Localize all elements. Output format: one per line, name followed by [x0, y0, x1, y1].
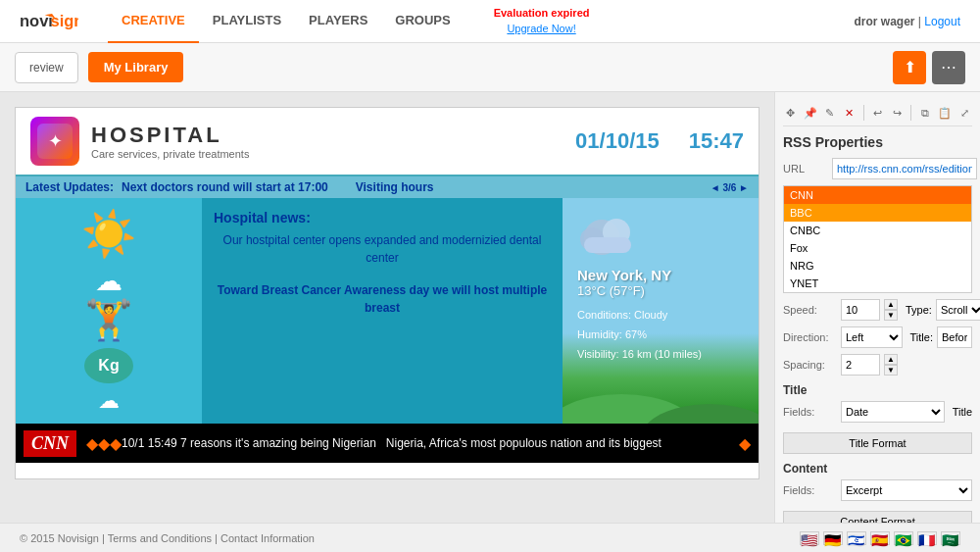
spacing-stepper: ▲ ▼ [884, 354, 898, 376]
title-col-label: Title [953, 406, 972, 418]
spacing-row: Spacing: ▲ ▼ [783, 354, 972, 376]
upgrade-link[interactable]: Upgrade Now! [507, 23, 575, 34]
spacing-up[interactable]: ▲ [884, 354, 898, 365]
main-content: ✦ HOSPITAL Care services, private treatm… [0, 92, 980, 523]
flag-us: 🇺🇸 [800, 531, 819, 545]
rss-source-dropdown[interactable]: CNN BBC CNBC Fox NRG YNET [783, 185, 972, 293]
ticker-bar: Latest Updates: Next doctors round will … [16, 176, 759, 198]
speed-up[interactable]: ▲ [884, 299, 898, 310]
cnn-ticker-bar: CNN ◆◆◆ 10/1 15:49 7 reasons it's amazin… [16, 424, 759, 463]
toolbar: review My Library ⬆ ⋯ [0, 43, 980, 92]
my-library-button[interactable]: My Library [88, 52, 184, 82]
panel-toolbar: ✥ 📌 ✎ ✕ ↩ ↪ ⧉ 📋 ⤢ [783, 100, 972, 126]
content-section-header: Content [783, 462, 972, 476]
nav-playlists[interactable]: PLAYLISTS [199, 0, 295, 43]
header: novi sign CREATIVE PLAYLISTS PLAYERS GRO… [0, 0, 980, 43]
panel-tool-delete[interactable]: ✕ [842, 104, 858, 122]
kg-badge: Kg [84, 348, 133, 383]
dumbbell-icon: 🏋 [84, 297, 133, 343]
ticker-label: Latest Updates: [25, 180, 114, 194]
speed-down[interactable]: ▼ [884, 310, 898, 321]
user-area: dror wager | Logout [854, 15, 960, 28]
dropdown-item-ynet[interactable]: YNET [784, 275, 971, 292]
canvas-area: ✦ HOSPITAL Care services, private treatm… [0, 92, 774, 523]
main-nav: CREATIVE PLAYLISTS PLAYERS GROUPS [108, 0, 465, 43]
panel-tool-expand[interactable]: ⤢ [956, 104, 972, 122]
cnn-ticker-text: 10/1 15:49 7 reasons it's amazing being … [122, 436, 739, 450]
logout-link[interactable]: Logout [924, 15, 960, 28]
panel-tool-undo[interactable]: ↩ [870, 104, 886, 122]
svg-rect-7 [584, 237, 631, 253]
nav-players[interactable]: PLAYERS [295, 0, 381, 43]
canvas-frame[interactable]: ✦ HOSPITAL Care services, private treatm… [15, 107, 760, 479]
speed-input[interactable] [841, 299, 880, 321]
more-button[interactable]: ⋯ [932, 51, 965, 84]
flag-fr: 🇫🇷 [917, 531, 937, 545]
weather-humidity: Humidity: 67% [577, 326, 744, 345]
panel-tool-paste[interactable]: 📋 [937, 104, 953, 122]
panel-tool-edit[interactable]: ✎ [822, 104, 838, 122]
flag-sa: 🇸🇦 [941, 531, 960, 545]
upload-button[interactable]: ⬆ [893, 51, 926, 84]
type-label: Type: [906, 304, 932, 316]
svg-text:✦: ✦ [48, 131, 63, 151]
nav-creative[interactable]: CREATIVE [108, 0, 199, 43]
ticker-right: Visiting hours [356, 180, 434, 194]
svg-text:sign: sign [51, 12, 79, 29]
weather-cloud-svg [572, 208, 651, 257]
dropdown-item-fox[interactable]: Fox [784, 239, 971, 257]
flag-br: 🇧🇷 [894, 531, 913, 545]
content-format-button[interactable]: Content Format [783, 511, 972, 523]
direction-select[interactable]: Left [841, 326, 903, 348]
title-before-input[interactable] [937, 326, 972, 348]
cloud-left-icon: ☁ [95, 265, 122, 297]
hospital-header: ✦ HOSPITAL Care services, private treatm… [16, 108, 759, 176]
type-select[interactable]: Scroll [936, 299, 980, 321]
footer-copyright: © 2015 Novisign | Terms and Conditions |… [20, 532, 315, 544]
rss-panel-title: RSS Properties [783, 134, 972, 150]
news-text-2: Toward Breast Cancer Awareness day we wi… [214, 281, 551, 317]
eval-expired-text: Evaluation expired [494, 6, 590, 21]
weather-details: Conditions: Cloudy Humidity: 67% Visibil… [577, 306, 744, 364]
review-button[interactable]: review [15, 52, 78, 83]
direction-label: Direction: [783, 331, 837, 343]
dropdown-item-cnn[interactable]: CNN [784, 186, 971, 204]
eval-notice: Evaluation expired Upgrade Now! [494, 6, 590, 36]
spacing-down[interactable]: ▼ [884, 365, 898, 376]
url-row: URL [783, 158, 972, 179]
url-label: URL [783, 163, 832, 175]
content-fields-select[interactable]: Excerpt [841, 479, 972, 501]
title-format-button[interactable]: Title Format [783, 432, 972, 454]
dropdown-item-bbc[interactable]: BBC [784, 204, 971, 222]
cloud-bottom-icon: ☁ [98, 388, 120, 414]
title-row-label: Title: [910, 331, 933, 343]
left-panel: ☀️ ☁ 🏋 Kg ☁ [16, 198, 202, 424]
panel-tool-redo[interactable]: ↪ [890, 104, 906, 122]
weather-location: New York, NY 13°C (57°F) [577, 267, 744, 298]
toolbar-right: ⬆ ⋯ [893, 51, 965, 84]
title-fields-select[interactable]: Date [841, 401, 945, 423]
dropdown-item-nrg[interactable]: NRG [784, 257, 971, 275]
logo-svg: novi sign [20, 8, 78, 35]
hospital-subtitle: Care services, private treatments [91, 148, 249, 160]
center-news-panel: Hospital news: Our hostpital center open… [202, 198, 563, 424]
direction-title-row: Direction: Left Title: [783, 326, 972, 348]
panel-tool-pin[interactable]: 📌 [803, 104, 818, 122]
nav-groups[interactable]: GROUPS [381, 0, 464, 43]
url-input[interactable] [832, 158, 977, 179]
content-fields-label: Fields: [783, 484, 837, 496]
speed-stepper: ▲ ▼ [884, 299, 898, 321]
spacing-input[interactable] [841, 354, 880, 376]
dropdown-item-cnbc[interactable]: CNBC [784, 222, 971, 239]
hospital-name: HOSPITAL [91, 123, 249, 148]
right-weather-panel: New York, NY 13°C (57°F) Conditions: Clo… [563, 198, 759, 424]
logo: novi sign [20, 8, 78, 35]
panel-separator-2 [910, 105, 911, 121]
hills-svg [563, 375, 759, 424]
panel-tool-copy[interactable]: ⧉ [917, 104, 933, 122]
title-fields-label: Fields: [783, 406, 837, 418]
spacing-label: Spacing: [783, 359, 837, 371]
panel-tool-move[interactable]: ✥ [783, 104, 799, 122]
weather-visibility: Visibility: 16 km (10 miles) [577, 345, 744, 365]
speed-type-row: Speed: ▲ ▼ Type: Scroll [783, 299, 972, 321]
